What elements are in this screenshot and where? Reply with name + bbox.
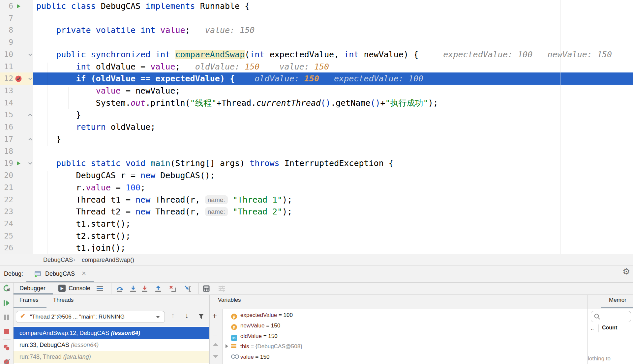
- tab-console[interactable]: Console: [69, 283, 90, 294]
- code-line[interactable]: 18: [0, 145, 633, 157]
- line-number[interactable]: 18: [0, 145, 13, 157]
- code-line[interactable]: 23 Thread t2 = new Thread(r, name: "Thre…: [0, 206, 633, 218]
- breadcrumb-separator-icon: ›: [73, 254, 75, 266]
- memory-col-count[interactable]: Count: [602, 325, 617, 331]
- line-number[interactable]: 14: [0, 97, 13, 109]
- thread-status-check-icon: ✔: [20, 312, 25, 320]
- line-number[interactable]: 16: [0, 121, 13, 133]
- code-line[interactable]: 14 System.out.println("线程"+Thread.curren…: [0, 97, 633, 109]
- variable-row[interactable]: pnewValue = 150: [223, 321, 587, 331]
- memory-search-input[interactable]: [591, 311, 631, 322]
- code-line[interactable]: 12 if (oldValue == expectedValue) { oldV…: [0, 72, 633, 85]
- evaluate-expression-icon[interactable]: [202, 285, 210, 293]
- step-into-icon[interactable]: [129, 285, 137, 293]
- code-line[interactable]: 8 private volatile int value; value: 150: [0, 24, 633, 36]
- fold-expand-icon[interactable]: [28, 113, 33, 117]
- code-line[interactable]: 17 }: [0, 133, 633, 145]
- stack-frame[interactable]: run:33, DebugCAS (lesson64): [14, 339, 209, 351]
- code-line[interactable]: 16 return oldValue;: [0, 121, 633, 133]
- line-number[interactable]: 6: [0, 0, 13, 12]
- variable-row[interactable]: this = {DebugCAS@508}: [223, 341, 587, 352]
- resume-icon[interactable]: [3, 299, 11, 307]
- step-out-icon[interactable]: [154, 285, 162, 293]
- line-number[interactable]: 12: [0, 72, 13, 85]
- variable-row[interactable]: 01oldValue = 150: [223, 331, 587, 342]
- add-watch-icon[interactable]: +: [212, 311, 217, 321]
- code-line[interactable]: 26 t1.join();: [0, 242, 633, 254]
- code-line[interactable]: 20 DebugCAS r = new DebugCAS();: [0, 169, 633, 182]
- move-watch-down-icon[interactable]: [213, 355, 219, 358]
- code-line[interactable]: 15 }: [0, 109, 633, 121]
- layout-menu-icon[interactable]: [96, 285, 104, 293]
- frame-down-icon[interactable]: ↓: [185, 311, 189, 320]
- line-number[interactable]: 13: [0, 85, 13, 97]
- line-number[interactable]: 10: [0, 48, 13, 61]
- line-number[interactable]: 26: [0, 242, 13, 254]
- line-number[interactable]: 21: [0, 182, 13, 194]
- stop-icon[interactable]: [3, 328, 10, 335]
- code-line[interactable]: 9: [0, 36, 633, 48]
- stack-frame[interactable]: run:748, Thread (java.lang): [14, 351, 209, 363]
- line-number[interactable]: 23: [0, 206, 13, 218]
- tab-threads[interactable]: Threads: [53, 297, 74, 303]
- variable-row[interactable]: value = 150: [223, 352, 587, 362]
- force-step-into-icon[interactable]: [141, 285, 149, 293]
- code-line[interactable]: 25 t2.start();: [0, 230, 633, 242]
- filter-icon[interactable]: [197, 313, 205, 320]
- fold-collapse-icon[interactable]: [28, 52, 33, 57]
- stack-frame[interactable]: compareAndSwap:12, DebugCAS (lesson64): [14, 327, 209, 339]
- code-line[interactable]: 24 t1.start();: [0, 218, 633, 230]
- move-watch-up-icon[interactable]: [213, 343, 219, 346]
- fold-collapse-icon[interactable]: [28, 161, 33, 165]
- line-number[interactable]: 24: [0, 218, 13, 230]
- tab-frames[interactable]: Frames: [19, 297, 39, 303]
- variable-row[interactable]: pexpectedValue = 100: [223, 310, 587, 321]
- settings-disabled-icon[interactable]: [218, 285, 226, 293]
- line-number[interactable]: 20: [0, 169, 13, 182]
- run-to-cursor-icon[interactable]: [184, 285, 192, 293]
- pause-icon[interactable]: [3, 314, 10, 321]
- memory-col-class[interactable]: ..: [591, 325, 594, 331]
- breadcrumb: DebugCAS › compareAndSwap(): [0, 254, 633, 266]
- code-line[interactable]: 13 value = newValue;: [0, 85, 633, 97]
- line-number[interactable]: 19: [0, 157, 13, 169]
- code-line[interactable]: 11 int oldValue = value; oldValue: 150 v…: [0, 61, 633, 73]
- code-line-text: t1.start();: [36, 218, 131, 230]
- line-number[interactable]: 15: [0, 109, 13, 121]
- frame-up-icon[interactable]: ↑: [171, 311, 175, 320]
- line-number[interactable]: 25: [0, 230, 13, 242]
- close-icon[interactable]: ×: [82, 266, 86, 282]
- fold-collapse-icon[interactable]: [28, 76, 33, 81]
- gear-icon[interactable]: ⚙: [622, 266, 630, 277]
- breadcrumb-class[interactable]: DebugCAS: [43, 254, 73, 266]
- code-line[interactable]: 7: [0, 12, 633, 24]
- line-number[interactable]: 11: [0, 61, 13, 73]
- reset-frame-icon[interactable]: [168, 285, 176, 293]
- fold-expand-icon[interactable]: [28, 137, 33, 141]
- code-editor[interactable]: 6public class DebugCAS implements Runnab…: [0, 0, 633, 254]
- code-line[interactable]: 19 public static void main(String[] args…: [0, 157, 633, 169]
- view-breakpoints-icon[interactable]: [3, 344, 10, 351]
- remove-watch-icon[interactable]: −: [213, 330, 217, 340]
- code-line[interactable]: 21 r.value = 100;: [0, 182, 633, 194]
- step-over-icon[interactable]: [116, 285, 124, 293]
- line-number[interactable]: 8: [0, 24, 13, 36]
- line-number[interactable]: 9: [0, 36, 13, 48]
- rerun-icon[interactable]: [3, 284, 11, 292]
- line-number[interactable]: 17: [0, 133, 13, 145]
- line-number[interactable]: 7: [0, 12, 13, 24]
- code-line[interactable]: 10 public synchronized int compareAndSwa…: [0, 48, 633, 61]
- run-method-icon[interactable]: [16, 161, 21, 166]
- mute-breakpoints-icon[interactable]: [3, 359, 10, 364]
- thread-selector[interactable]: ✔ "Thread 2"@506 ... "main": RUNNING: [16, 311, 165, 323]
- tab-debugger[interactable]: Debugger: [19, 283, 45, 294]
- run-method-icon[interactable]: [16, 4, 21, 9]
- code-line[interactable]: 6public class DebugCAS implements Runnab…: [0, 0, 633, 12]
- expand-arrow-icon[interactable]: [226, 344, 228, 348]
- breakpoint-icon[interactable]: [15, 75, 22, 82]
- breadcrumb-method[interactable]: compareAndSwap(): [82, 254, 134, 266]
- memory-panel-title[interactable]: Memor: [609, 297, 626, 303]
- line-number[interactable]: 22: [0, 194, 13, 206]
- code-line-text: int oldValue = value; oldValue: 150 valu…: [36, 61, 329, 73]
- code-line[interactable]: 22 Thread t1 = new Thread(r, name: "Thre…: [0, 194, 633, 206]
